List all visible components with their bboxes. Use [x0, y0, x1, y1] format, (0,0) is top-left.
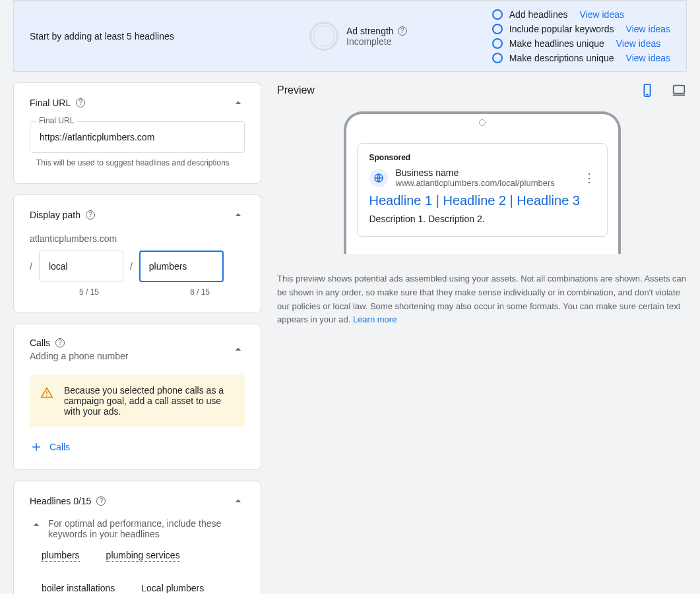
warning-icon	[40, 386, 53, 400]
section-title: Headlines 0/15	[30, 496, 91, 506]
warning-text: Because you selected phone calls as a ca…	[64, 385, 234, 417]
section-title: Calls	[30, 338, 50, 348]
hint-label: Make headlines unique	[509, 38, 604, 49]
circle-icon	[492, 24, 503, 34]
chevron-up-icon[interactable]	[232, 494, 245, 508]
keyword-chip[interactable]: plumbing services	[106, 550, 180, 562]
path-separator: /	[30, 261, 32, 272]
view-ideas-link[interactable]: View ideas	[626, 24, 670, 34]
help-icon[interactable]: ?	[76, 98, 85, 107]
ad-strength-donut-icon	[309, 22, 338, 51]
ad-preview-card: Sponsored Business name www.atlanticplum…	[357, 143, 608, 237]
mobile-preview-button[interactable]	[639, 82, 655, 98]
add-calls-button[interactable]: Calls	[30, 440, 245, 454]
final-url-input[interactable]	[30, 121, 245, 153]
add-calls-label: Calls	[49, 442, 70, 452]
hint-item: Make descriptions unique View ideas	[492, 53, 670, 63]
ad-description: Description 1. Description 2.	[369, 214, 595, 224]
final-url-card: Final URL ? Final URL This will be used …	[13, 82, 261, 184]
ad-strength-status: Incomplete	[346, 36, 407, 47]
display-domain: atlanticplumbers.com	[30, 233, 245, 244]
chevron-up-icon[interactable]	[232, 208, 245, 222]
circle-icon	[492, 53, 503, 63]
chevron-up-icon[interactable]	[232, 343, 245, 356]
headlines-tip: For optimal ad performance, include thes…	[48, 518, 245, 539]
path2-counter: 8 / 15	[155, 287, 245, 297]
field-label: Final URL	[36, 116, 77, 125]
hint-label: Add headlines	[509, 9, 568, 20]
preview-title: Preview	[277, 84, 315, 96]
hint-label: Include popular keywords	[509, 24, 614, 34]
help-icon[interactable]: ?	[398, 26, 407, 36]
svg-rect-4	[674, 86, 685, 94]
display-path-card: Display path ? atlanticplumbers.com / / …	[13, 194, 261, 313]
calls-warning: Because you selected phone calls as a ca…	[30, 374, 245, 427]
hint-item: Add headlines View ideas	[492, 9, 670, 20]
help-icon[interactable]: ?	[86, 210, 95, 220]
banner-intro-text: Start by adding at least 5 headlines	[30, 31, 294, 42]
phone-camera-icon	[479, 119, 486, 126]
sponsored-label: Sponsored	[369, 153, 595, 162]
keyword-chip[interactable]: plumbers	[42, 550, 80, 562]
plus-icon	[30, 440, 43, 454]
section-subtitle: Adding a phone number	[30, 351, 128, 361]
ad-strength-widget: Ad strength ? Incomplete	[309, 22, 407, 51]
chevron-up-icon[interactable]	[232, 96, 245, 109]
display-url: www.atlanticplumbers.com/local/plumbers	[396, 178, 555, 188]
globe-icon	[369, 169, 388, 187]
section-title: Final URL	[30, 98, 71, 108]
headlines-card: Headlines 0/15 ? For optimal ad performa…	[13, 481, 261, 594]
preview-panel: Preview Sponsored Business n	[277, 82, 687, 594]
view-ideas-link[interactable]: View ideas	[616, 38, 660, 49]
ad-strength-hints: Add headlines View ideas Include popular…	[492, 9, 670, 63]
path1-input[interactable]	[39, 251, 123, 282]
helper-text: This will be used to suggest headlines a…	[36, 158, 245, 167]
keyword-chip[interactable]: Local plumbers	[141, 583, 204, 594]
ad-headline: Headline 1 | Headline 2 | Headline 3	[369, 193, 595, 208]
path2-input[interactable]	[139, 251, 224, 282]
more-menu-icon[interactable]: ⋮	[583, 172, 595, 184]
section-title: Display path	[30, 210, 80, 220]
phone-frame: Sponsored Business name www.atlanticplum…	[344, 111, 621, 254]
view-ideas-link[interactable]: View ideas	[580, 9, 624, 20]
circle-icon	[492, 9, 503, 20]
svg-rect-0	[46, 392, 48, 394]
help-icon[interactable]: ?	[55, 338, 65, 347]
help-icon[interactable]: ?	[96, 496, 106, 506]
hint-item: Include popular keywords View ideas	[492, 24, 670, 34]
keyword-chip[interactable]: boiler installations	[42, 583, 115, 594]
calls-card: Calls ? Adding a phone number Because yo…	[13, 324, 261, 470]
preview-disclaimer: This preview shows potential ads assembl…	[277, 272, 687, 327]
hint-label: Make descriptions unique	[509, 53, 614, 63]
hint-item: Make headlines unique View ideas	[492, 38, 670, 49]
path-separator: /	[130, 261, 133, 272]
chevron-up-icon[interactable]	[30, 518, 43, 531]
svg-rect-1	[46, 395, 48, 396]
business-name: Business name	[396, 167, 555, 178]
path1-counter: 5 / 15	[44, 287, 134, 297]
view-ideas-link[interactable]: View ideas	[626, 53, 670, 63]
circle-icon	[492, 38, 503, 49]
ad-strength-label: Ad strength	[346, 26, 394, 36]
learn-more-link[interactable]: Learn more	[353, 314, 397, 324]
ad-strength-banner: Start by adding at least 5 headlines Ad …	[13, 0, 687, 72]
keyword-suggestions: plumbers plumbing services boiler instal…	[42, 550, 245, 594]
desktop-preview-button[interactable]	[671, 82, 687, 98]
